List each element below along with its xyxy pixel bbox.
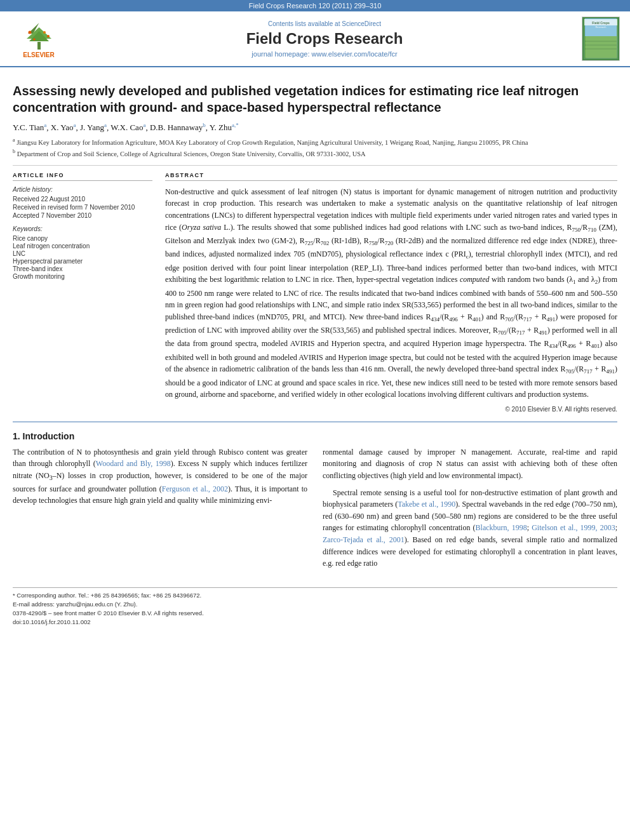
journal-cover-image: Field Crops Research [582,17,619,60]
email-note: E-mail address: yanzhu@njau.edu.cn (Y. Z… [13,601,617,608]
keyword-3: LNC [13,250,152,257]
svg-text:Field Crops: Field Crops [592,21,610,25]
issn-note: 0378-4290/$ – see front matter © 2010 El… [13,610,617,617]
keyword-5: Three-band index [13,265,152,272]
doi-note: doi:10.1016/j.fcr.2010.11.002 [13,618,617,625]
ref-gitelson[interactable]: Gitelson et al., 1999, 2003 [532,523,615,532]
article-history-label: Article history: [13,186,152,193]
journal-header: ELSEVIER Contents lists available at Sci… [0,11,630,67]
journal-cover-thumbnail: Field Crops Research [582,17,620,61]
journal-citation-bar: Field Crops Research 120 (2011) 299–310 [0,0,630,11]
corresponding-author-note: * Corresponding author. Tel.: +86 25 843… [13,592,617,599]
section-divider [13,422,617,422]
svg-rect-11 [585,18,617,36]
keyword-2: Leaf nitrogen concentration [13,243,152,250]
copyright-notice: © 2010 Elsevier B.V. All rights reserved… [165,406,617,413]
keywords-label: Keywords: [13,225,152,232]
elsevier-tree-icon [22,20,57,51]
journal-title: Field Crops Research [74,30,575,48]
svg-text:Research: Research [595,25,606,29]
affiliation-b: b Department of Crop and Soil Science, C… [13,148,617,159]
received-revised-date: Received in revised form 7 November 2010 [13,204,152,211]
authors-line: Y.C. Tiana, X. Yaoa, J. Yanga, W.X. Caoa… [13,122,617,133]
intro-para-1: The contribution of N to photosynthesis … [13,446,307,507]
footer-area: * Corresponding author. Tel.: +86 25 843… [13,587,617,625]
journal-homepage: journal homepage: www.elsevier.com/locat… [74,50,575,58]
affiliations: a Jiangsu Key Laboratory for Information… [13,137,617,159]
article-info-abstract-section: ARTICLE INFO Article history: Received 2… [13,172,617,413]
journal-center-info: Contents lists available at ScienceDirec… [74,20,575,58]
intro-para-2: ronmental damage caused by improper N ma… [323,446,617,482]
introduction-body: The contribution of N to photosynthesis … [13,446,617,575]
keyword-6: Growth monitoring [13,273,152,280]
elsevier-wordmark: ELSEVIER [23,51,54,58]
journal-citation: Field Crops Research 120 (2011) 299–310 [249,2,382,10]
svg-point-7 [43,31,46,34]
svg-rect-15 [584,19,617,25]
svg-rect-10 [585,36,617,58]
header-divider [13,165,617,166]
intro-right-column: ronmental damage caused by improper N ma… [323,446,617,575]
ref-blackburn[interactable]: Blackburn, 1998 [476,523,527,532]
science-direct-label: Contents lists available at ScienceDirec… [74,20,575,27]
elsevier-logo-area: ELSEVIER [10,20,67,58]
svg-point-6 [33,38,36,41]
accepted-date: Accepted 7 November 2010 [13,212,152,219]
article-info-header: ARTICLE INFO [13,172,152,181]
section-title-text: Introduction [23,431,75,441]
section-number: 1. [13,431,20,441]
affiliation-a: a Jiangsu Key Laboratory for Information… [13,137,617,147]
science-direct-link[interactable]: ScienceDirect [342,20,381,27]
introduction-section-title: 1. Introduction [13,431,617,441]
intro-left-column: The contribution of N to photosynthesis … [13,446,307,575]
svg-rect-9 [584,18,618,59]
ref-takebe[interactable]: Takebe et al., 1990 [398,500,455,509]
svg-point-4 [28,30,31,34]
abstract-panel: ABSTRACT Non-destructive and quick asses… [165,172,617,413]
ref-woodard-bly[interactable]: Woodard and Bly, 1998 [96,459,171,468]
article-title: Assessing newly developed and published … [13,83,617,116]
author-list: Y.C. Tiana, X. Yaoa, J. Yanga, W.X. Caoa… [13,123,239,132]
article-info-panel: ARTICLE INFO Article history: Received 2… [13,172,152,413]
ref-ferguson[interactable]: Ferguson et al., 2002 [162,484,228,493]
abstract-body: Non-destructive and quick assessment of … [165,186,617,401]
keyword-1: Rice canopy [13,235,152,242]
keyword-4: Hyperspectral parameter [13,258,152,265]
abstract-header: ABSTRACT [165,172,617,181]
svg-rect-8 [582,17,619,60]
main-content: Assessing newly developed and published … [0,67,630,634]
svg-point-5 [47,35,50,37]
svg-rect-0 [37,42,41,50]
ref-zarco[interactable]: Zarco-Tejada et al., 2001 [323,535,405,544]
received-date: Received 22 August 2010 [13,196,152,203]
intro-para-3: Spectral remote sensing is a useful tool… [323,487,617,570]
